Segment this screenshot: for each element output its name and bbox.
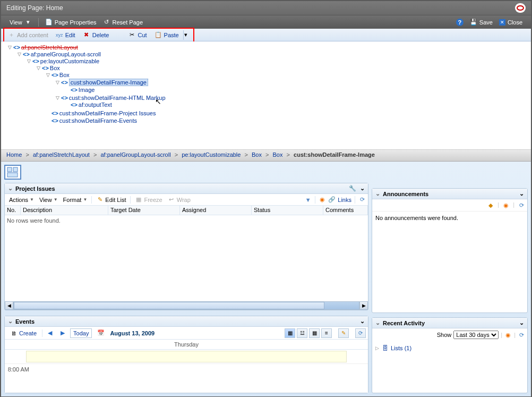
close-button[interactable]: ✕ Close bbox=[496, 18, 526, 27]
tree-label[interactable]: pe:layoutCustomizable bbox=[40, 58, 99, 64]
prev-button[interactable]: ◀ bbox=[45, 328, 55, 338]
freeze-button[interactable]: ▦Freeze bbox=[133, 196, 164, 204]
links-button[interactable]: Links bbox=[338, 197, 351, 203]
tree-label[interactable]: af:outputText bbox=[79, 102, 112, 108]
tree-node: ▽ <> af:panelGroupLayout-scroll ▽ <> pe:… bbox=[17, 50, 531, 126]
panel-menu-icon[interactable]: ⌄ bbox=[358, 185, 366, 192]
scroll-right-button[interactable]: ▶ bbox=[359, 301, 368, 310]
column-assigned[interactable]: Assigned bbox=[180, 206, 252, 215]
refresh-icon[interactable]: ⟳ bbox=[355, 328, 366, 338]
paste-button[interactable]: 📋 Paste bbox=[151, 30, 182, 40]
tree-label[interactable]: Box bbox=[59, 72, 70, 78]
reset-page-button[interactable]: ↺ Reset Page bbox=[100, 18, 146, 27]
edit-icon[interactable]: ✎ bbox=[338, 328, 349, 338]
add-content-button[interactable]: ＋ Add content bbox=[4, 30, 52, 40]
rss-icon[interactable]: ◉ bbox=[319, 196, 326, 204]
page-properties-button[interactable]: 📄 Page Properties bbox=[42, 18, 100, 27]
scroll-left-button[interactable]: ◀ bbox=[5, 301, 13, 310]
breadcrumb-item[interactable]: Box bbox=[252, 151, 262, 158]
tree-label[interactable]: Image bbox=[79, 87, 95, 93]
dropdown-icon: ▾ bbox=[24, 19, 32, 26]
time-slot[interactable] bbox=[31, 364, 368, 375]
delete-button[interactable]: ✖ Delete bbox=[80, 30, 113, 40]
date-picker-button[interactable]: 📅 bbox=[94, 328, 108, 339]
collapse-icon[interactable]: ⌄ bbox=[374, 320, 381, 326]
refresh-icon[interactable]: ⟳ bbox=[518, 331, 525, 339]
tree-label[interactable]: cust:showDetailFrame-Events bbox=[59, 117, 137, 124]
disclosure-icon[interactable]: ▽ bbox=[7, 45, 12, 50]
cut-button[interactable]: ✂ Cut bbox=[125, 30, 150, 40]
rss-icon[interactable]: ◉ bbox=[502, 201, 510, 209]
options-icon[interactable]: ◆ bbox=[487, 201, 494, 209]
column-description[interactable]: Description bbox=[21, 206, 108, 215]
panel-menu-icon[interactable]: ⌄ bbox=[518, 190, 525, 198]
layout-switcher-button[interactable] bbox=[4, 165, 21, 180]
today-button[interactable]: Today bbox=[70, 328, 92, 338]
column-status[interactable]: Status bbox=[252, 206, 323, 215]
links-icon[interactable]: 🔗 bbox=[328, 196, 336, 204]
format-menu[interactable]: Format▼ bbox=[61, 196, 90, 204]
actions-menu[interactable]: Actions▼ bbox=[7, 196, 36, 204]
tag-icon: <> bbox=[61, 79, 68, 86]
breadcrumb-item[interactable]: pe:layoutCustomizable bbox=[182, 151, 241, 158]
day-view-button[interactable]: ▦ bbox=[285, 328, 295, 338]
tree-label[interactable]: cust:showDetailFrame-Project Issues bbox=[59, 110, 156, 116]
month-view-button[interactable]: ▦ bbox=[309, 328, 320, 338]
paste-split-button[interactable]: ▾ bbox=[183, 30, 188, 40]
refresh-icon[interactable]: ⟳ bbox=[518, 201, 525, 209]
column-no[interactable]: No. bbox=[5, 206, 21, 215]
paste-icon: 📋 bbox=[155, 31, 162, 39]
breadcrumb-item[interactable]: af:panelStretchLayout bbox=[33, 151, 90, 158]
column-comments[interactable]: Comments bbox=[323, 206, 368, 215]
next-button[interactable]: ▶ bbox=[57, 328, 68, 338]
announcements-actions: ◆ | ◉ | ⟳ bbox=[372, 199, 527, 212]
refresh-icon[interactable]: ⟳ bbox=[358, 196, 366, 204]
week-view-button[interactable]: ☳ bbox=[297, 328, 307, 338]
column-target-date[interactable]: Target Date bbox=[108, 206, 180, 215]
tree-label[interactable]: af:panelGroupLayout-scroll bbox=[31, 51, 101, 57]
collapse-icon[interactable]: ⌄ bbox=[374, 191, 381, 197]
disclosure-icon[interactable]: ▽ bbox=[17, 52, 22, 57]
collapse-icon[interactable]: ⌄ bbox=[7, 185, 13, 192]
tree-node: ▽ <> cust:showDetailFrame-Events bbox=[46, 117, 531, 124]
disclosure-icon[interactable]: ▽ bbox=[55, 96, 60, 100]
date-range-select[interactable]: Last 30 days bbox=[453, 331, 499, 339]
filter-icon[interactable]: ▼ bbox=[304, 196, 312, 204]
view-menu[interactable]: View ▾ bbox=[6, 18, 35, 27]
current-date: August 13, 2009 bbox=[110, 330, 155, 336]
edit-list-button[interactable]: ✎Edit List bbox=[94, 196, 128, 204]
allday-row[interactable] bbox=[26, 351, 347, 362]
scroll-track[interactable] bbox=[13, 301, 359, 310]
edit-button[interactable]: xyz Edit bbox=[53, 30, 79, 40]
page-header: Editing Page: Home View ▾ 📄 Page Propert… bbox=[1, 1, 531, 29]
disclosure-icon[interactable]: ▽ bbox=[36, 66, 41, 71]
wrap-button[interactable]: ↩Wrap bbox=[166, 196, 193, 204]
help-button[interactable]: ? bbox=[453, 18, 467, 27]
view-menu[interactable]: View▼ bbox=[37, 196, 60, 204]
panel-menu-icon[interactable]: ⌄ bbox=[358, 318, 366, 325]
breadcrumb-item[interactable]: Home bbox=[6, 151, 22, 158]
tree-label[interactable]: cust:showDetailFrame-HTML Markup bbox=[69, 95, 166, 101]
create-event-button[interactable]: 🗎Create bbox=[7, 328, 40, 339]
disclosure-icon[interactable]: ▷ bbox=[375, 345, 379, 351]
recent-item-label: Lists (1) bbox=[391, 345, 411, 351]
scroll-thumb[interactable] bbox=[14, 302, 324, 309]
disclosure-icon[interactable]: ▽ bbox=[46, 73, 50, 78]
list-view-button[interactable]: ≡ bbox=[321, 328, 332, 338]
rss-icon[interactable]: ◉ bbox=[504, 331, 512, 339]
project-issues-panel: ⌄ Project Issues 🔧 ⌄ Actions▼ View▼ Form… bbox=[4, 183, 368, 310]
disclosure-icon[interactable]: ▽ bbox=[27, 59, 31, 64]
breadcrumb-item[interactable]: af:panelGroupLayout-scroll bbox=[101, 151, 171, 158]
recent-item-lists[interactable]: ▷ 🗄 Lists (1) bbox=[374, 343, 525, 353]
tree-label[interactable]: cust:showDetailFrame-Image bbox=[69, 79, 148, 86]
tree-label[interactable]: af:panelStretchLayout bbox=[21, 44, 78, 50]
time-row: 8:00 AM bbox=[5, 364, 368, 375]
tree-label[interactable]: Box bbox=[50, 65, 60, 71]
breadcrumb-item[interactable]: Box bbox=[273, 151, 283, 158]
page-icon: 📄 bbox=[45, 19, 53, 26]
disclosure-icon[interactable]: ▽ bbox=[55, 80, 60, 85]
panel-menu-icon[interactable]: ⌄ bbox=[518, 319, 525, 327]
save-button[interactable]: 💾 Save bbox=[467, 18, 496, 27]
wrench-icon[interactable]: 🔧 bbox=[349, 185, 356, 192]
collapse-icon[interactable]: ⌄ bbox=[7, 318, 13, 325]
